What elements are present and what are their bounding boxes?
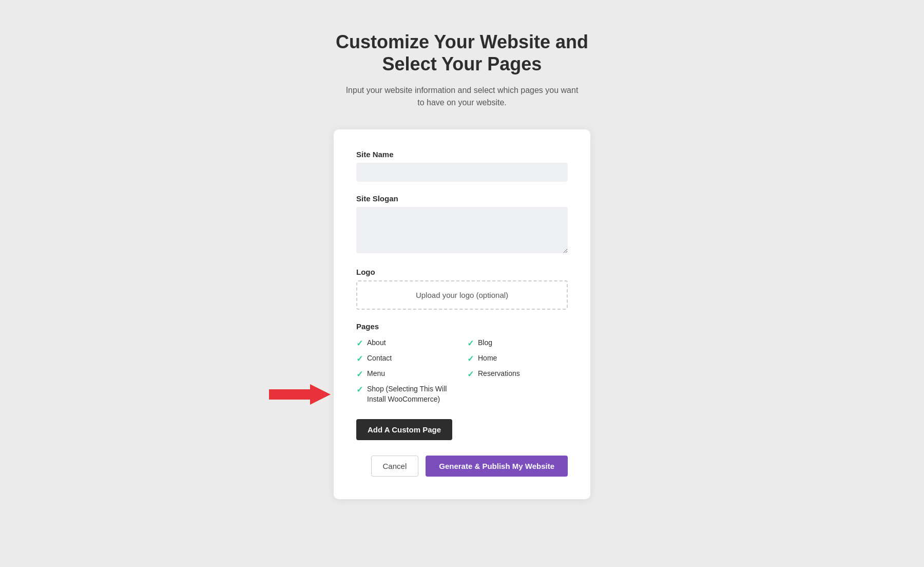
form-card: Site Name Site Slogan Logo Upload your l… bbox=[334, 129, 590, 499]
site-name-label: Site Name bbox=[356, 150, 568, 159]
site-slogan-label: Site Slogan bbox=[356, 194, 568, 203]
logo-upload-area[interactable]: Upload your logo (optional) bbox=[356, 280, 568, 310]
form-footer: Cancel Generate & Publish My Website bbox=[356, 456, 568, 477]
pages-label: Pages bbox=[356, 322, 568, 331]
page-item-blog[interactable]: ✓ Blog bbox=[467, 338, 568, 348]
page-item-menu[interactable]: ✓ Menu bbox=[356, 369, 457, 379]
logo-group: Logo Upload your logo (optional) bbox=[356, 268, 568, 310]
logo-label: Logo bbox=[356, 268, 568, 276]
page-item-contact[interactable]: ✓ Contact bbox=[356, 353, 457, 364]
pages-grid: ✓ About ✓ Blog ✓ Contact ✓ Home ✓ Menu bbox=[356, 338, 568, 404]
check-icon-home: ✓ bbox=[467, 354, 474, 364]
site-name-group: Site Name bbox=[356, 150, 568, 182]
check-icon-menu: ✓ bbox=[356, 369, 363, 379]
page-title: Customize Your Website and Select Your P… bbox=[336, 31, 588, 75]
page-item-home[interactable]: ✓ Home bbox=[467, 353, 568, 364]
site-slogan-group: Site Slogan bbox=[356, 194, 568, 255]
page-subtitle: Input your website information and selec… bbox=[344, 84, 580, 109]
shop-row-wrapper: ✓ Shop (Selecting This Will Install WooC… bbox=[356, 384, 457, 404]
check-icon-about: ✓ bbox=[356, 338, 363, 348]
page-item-reservations[interactable]: ✓ Reservations bbox=[467, 369, 568, 379]
page-item-shop[interactable]: ✓ Shop (Selecting This Will Install WooC… bbox=[356, 384, 457, 404]
svg-marker-0 bbox=[269, 384, 331, 405]
grid-spacer bbox=[467, 384, 568, 404]
check-icon-blog: ✓ bbox=[467, 338, 474, 348]
check-icon-shop: ✓ bbox=[356, 385, 363, 394]
generate-publish-button[interactable]: Generate & Publish My Website bbox=[426, 456, 568, 477]
arrow-container bbox=[269, 382, 331, 407]
check-icon-contact: ✓ bbox=[356, 354, 363, 364]
pages-section: Pages ✓ About ✓ Blog ✓ Contact ✓ Home ✓ bbox=[356, 322, 568, 404]
site-name-input[interactable] bbox=[356, 163, 568, 182]
check-icon-reservations: ✓ bbox=[467, 369, 474, 379]
cancel-button[interactable]: Cancel bbox=[371, 456, 419, 477]
site-slogan-input[interactable] bbox=[356, 207, 568, 253]
red-arrow-icon bbox=[269, 382, 331, 407]
add-custom-page-button[interactable]: Add A Custom Page bbox=[356, 419, 452, 440]
page-item-about[interactable]: ✓ About bbox=[356, 338, 457, 348]
